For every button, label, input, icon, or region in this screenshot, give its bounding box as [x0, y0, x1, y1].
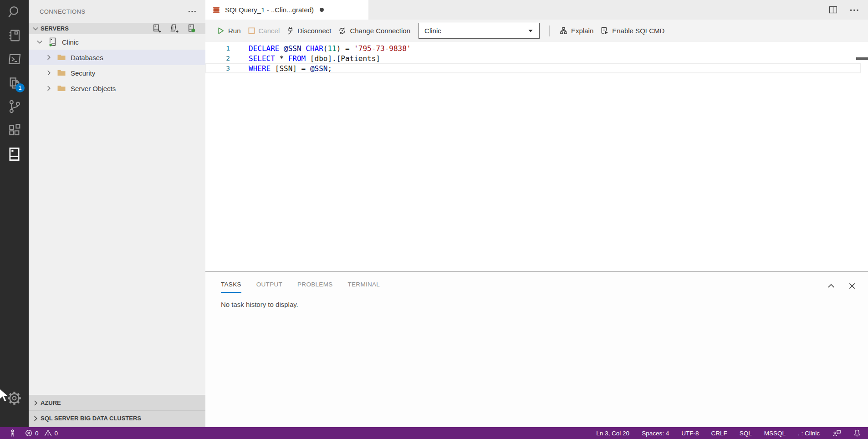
encoding-status[interactable]: UTF-8 — [681, 430, 699, 437]
copy-pages-icon[interactable]: 1 — [0, 71, 29, 95]
chevron-right-icon[interactable] — [44, 84, 53, 92]
tree-label: Clinic — [62, 38, 79, 46]
sidebar-empty-space — [29, 96, 205, 395]
tab-terminal[interactable]: TERMINAL — [347, 281, 380, 293]
change-connection-icon — [338, 26, 347, 35]
code-line[interactable]: 3 WHERE [SSN] = @SSN; — [205, 63, 868, 73]
run-button[interactable]: Run — [216, 26, 241, 35]
notifications-bell-icon[interactable] — [853, 429, 861, 437]
eol-status[interactable]: CRLF — [711, 430, 727, 437]
editor-group: SQLQuery_1 - ..Clin...grated) Run Cancel… — [205, 0, 868, 427]
notebook-icon-glyph — [7, 28, 22, 43]
code-area: 1 DECLARE @SSN CHAR(11) = '795-73-9838' … — [205, 42, 868, 271]
problems-indicator[interactable]: 0 0 — [25, 429, 58, 437]
bottom-panel: TASKS OUTPUT PROBLEMS TERMINAL No task h… — [205, 271, 868, 427]
code-line[interactable]: 1 DECLARE @SSN CHAR(11) = '795-73-9838' — [205, 43, 868, 53]
unsaved-changes-dot[interactable] — [320, 8, 324, 12]
chevron-right-icon[interactable] — [44, 53, 53, 61]
tree-row-databases[interactable]: Databases — [29, 50, 205, 65]
tab-problems[interactable]: PROBLEMS — [297, 281, 332, 293]
editor-tab-bar: SQLQuery_1 - ..Clin...grated) — [205, 0, 868, 20]
tree-row-security[interactable]: Security — [29, 65, 205, 81]
accessibility-person-icon[interactable] — [9, 429, 16, 437]
maximize-panel-icon[interactable] — [827, 282, 835, 290]
new-server-group-icon[interactable] — [169, 24, 179, 33]
warnings-icon — [44, 429, 52, 437]
activity-badge: 1 — [15, 83, 25, 92]
overview-ruler[interactable] — [861, 42, 868, 271]
indentation-status[interactable]: Spaces: 4 — [642, 430, 669, 437]
folder-icon — [57, 68, 66, 77]
tree-row-server-objects[interactable]: Server Objects — [29, 81, 205, 96]
tab-sqlquery1[interactable]: SQLQuery_1 - ..Clin...grated) — [205, 0, 368, 20]
status-bar: 0 0 Ln 3, Col 20 Spaces: 4 UTF-8 CRLF SQ… — [0, 427, 868, 439]
code-line[interactable]: 2 SELECT * FROM [dbo].[Patients] — [205, 53, 868, 63]
error-count: 0 — [35, 430, 39, 437]
terminal-icon-glyph — [7, 52, 22, 66]
warning-count: 0 — [55, 430, 58, 437]
database-icon — [212, 5, 221, 15]
terminal-icon[interactable] — [0, 47, 29, 71]
tree-label: Server Objects — [71, 85, 116, 92]
settings-gear-icon[interactable] — [0, 386, 29, 410]
split-editor-icon[interactable] — [828, 5, 838, 15]
azure-header-label: AZURE — [41, 399, 61, 406]
active-connections-icon[interactable] — [187, 24, 196, 33]
database-dropdown-value: Clinic — [424, 27, 441, 35]
sidebar-title: CONNECTIONS — [40, 8, 85, 15]
connection-status[interactable]: . : Clinic — [798, 430, 820, 437]
line-number: 2 — [205, 55, 230, 62]
server-icon — [48, 37, 57, 47]
activity-bar: 1 — [0, 0, 29, 427]
extensions-icon[interactable] — [0, 118, 29, 142]
feedback-icon[interactable] — [832, 429, 841, 437]
query-toolbar: Run Cancel Disconnect Change Connection … — [205, 20, 868, 42]
search-icon[interactable] — [0, 0, 29, 24]
cursor-position-marker — [856, 57, 868, 60]
tab-tasks[interactable]: TASKS — [221, 281, 241, 293]
connections-icon[interactable] — [0, 142, 29, 166]
more-actions-icon[interactable] — [850, 5, 859, 15]
explain-plan-icon — [559, 26, 568, 35]
servers-section-header[interactable]: SERVERS — [29, 23, 205, 34]
explain-button[interactable]: Explain — [559, 26, 593, 35]
change-connection-button[interactable]: Change Connection — [338, 26, 410, 35]
tree-label: Databases — [71, 54, 103, 61]
tab-output[interactable]: OUTPUT — [256, 281, 282, 293]
sqlcmd-icon — [600, 26, 609, 35]
chevron-down-icon — [31, 25, 40, 33]
provider-status[interactable]: MSSQL — [764, 430, 786, 437]
task-history-empty-message: No task history to display. — [221, 301, 868, 308]
source-control-icon[interactable] — [0, 95, 29, 118]
line-number: 3 — [205, 65, 230, 72]
chevron-right-icon[interactable] — [44, 69, 53, 77]
big-data-clusters-section-header[interactable]: SQL SERVER BIG DATA CLUSTERS — [29, 410, 205, 426]
more-actions-icon[interactable] — [188, 7, 196, 15]
servers-tree: Clinic Databases Security — [29, 34, 205, 96]
new-connection-icon[interactable] — [152, 24, 162, 33]
settings-gear-icon-glyph — [7, 391, 22, 406]
azure-section-header[interactable]: AZURE — [29, 395, 205, 410]
language-status[interactable]: SQL — [740, 430, 752, 437]
database-dropdown[interactable]: Clinic — [419, 23, 540, 39]
disconnect-button[interactable]: Disconnect — [286, 26, 331, 35]
chevron-down-icon[interactable] — [35, 38, 44, 46]
disconnect-plug-icon — [286, 26, 294, 35]
sidebar-title-bar: CONNECTIONS — [29, 0, 205, 23]
run-play-icon — [216, 26, 225, 35]
tab-title: SQLQuery_1 - ..Clin...grated) — [225, 6, 314, 14]
enable-sqlcmd-button[interactable]: Enable SQLCMD — [600, 26, 664, 35]
tree-row-clinic[interactable]: Clinic — [29, 34, 205, 50]
azure-data-studio-window: 1 — [0, 0, 868, 439]
toolbar-separator — [549, 26, 550, 36]
panel-tab-bar: TASKS OUTPUT PROBLEMS TERMINAL — [205, 272, 868, 293]
cursor-position-status[interactable]: Ln 3, Col 20 — [596, 430, 629, 437]
cancel-button[interactable]: Cancel — [248, 27, 280, 35]
close-panel-icon[interactable] — [848, 282, 856, 290]
notebook-icon[interactable] — [0, 24, 29, 47]
folder-icon — [57, 84, 66, 93]
source-control-icon-glyph — [7, 99, 22, 114]
connections-icon-glyph — [7, 147, 22, 162]
sql-editor[interactable]: 1 DECLARE @SSN CHAR(11) = '795-73-9838' … — [205, 42, 868, 271]
big-data-clusters-header-label: SQL SERVER BIG DATA CLUSTERS — [41, 415, 141, 422]
